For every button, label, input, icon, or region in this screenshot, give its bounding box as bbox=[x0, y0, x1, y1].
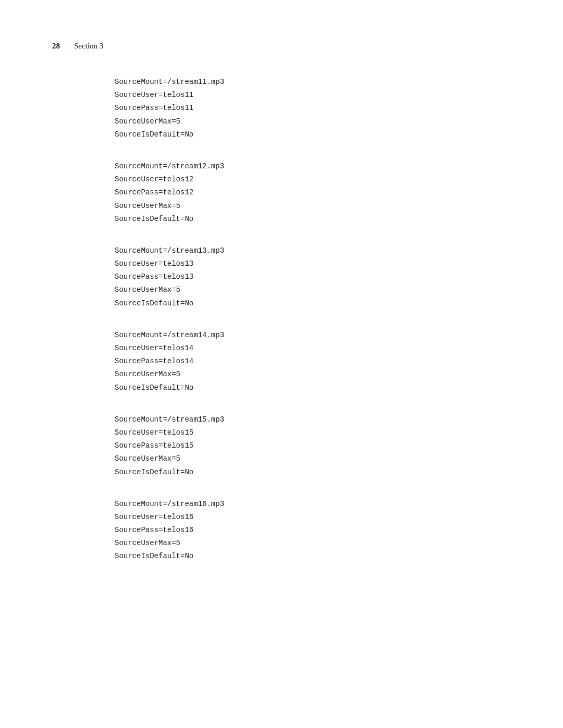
config-line-3-2: SourceUser=telos13 bbox=[115, 257, 511, 270]
config-line-1-5: SourceIsDefault=No bbox=[115, 128, 511, 141]
config-line-4-5: SourceIsDefault=No bbox=[115, 381, 511, 394]
config-line-2-5: SourceIsDefault=No bbox=[115, 213, 511, 226]
config-line-3-4: SourceUserMax=5 bbox=[115, 283, 511, 297]
config-line-5-5: SourceIsDefault=No bbox=[115, 466, 511, 479]
config-line-1-3: SourcePass=telos11 bbox=[115, 102, 511, 115]
config-line-1-1: SourceMount=/stream11.mp3 bbox=[115, 76, 511, 89]
config-line-6-2: SourceUser=telos16 bbox=[115, 511, 511, 524]
config-line-4-2: SourceUser=telos14 bbox=[115, 342, 511, 355]
config-line-1-2: SourceUser=telos11 bbox=[115, 89, 511, 102]
config-line-5-4: SourceUserMax=5 bbox=[115, 452, 511, 465]
config-line-5-2: SourceUser=telos15 bbox=[115, 426, 511, 439]
page: 28 | Section 3 SourceMount=/stream11.mp3… bbox=[0, 0, 563, 728]
header-divider: | bbox=[66, 42, 68, 51]
config-line-2-1: SourceMount=/stream12.mp3 bbox=[115, 160, 511, 173]
config-block-2: SourceMount=/stream12.mp3SourceUser=telo… bbox=[115, 160, 511, 226]
config-line-6-3: SourcePass=telos16 bbox=[115, 524, 511, 537]
config-line-4-4: SourceUserMax=5 bbox=[115, 368, 511, 381]
config-block-4: SourceMount=/stream14.mp3SourceUser=telo… bbox=[115, 329, 511, 394]
config-line-2-2: SourceUser=telos12 bbox=[115, 173, 511, 186]
config-line-3-3: SourcePass=telos13 bbox=[115, 270, 511, 283]
config-line-3-1: SourceMount=/stream13.mp3 bbox=[115, 244, 511, 257]
config-block-5: SourceMount=/stream15.mp3SourceUser=telo… bbox=[115, 413, 511, 479]
config-line-6-5: SourceIsDefault=No bbox=[115, 550, 511, 563]
section-label: Section 3 bbox=[74, 42, 103, 51]
config-line-2-3: SourcePass=telos12 bbox=[115, 186, 511, 199]
page-number: 28 bbox=[52, 42, 60, 51]
config-line-4-3: SourcePass=telos14 bbox=[115, 355, 511, 368]
config-line-5-3: SourcePass=telos15 bbox=[115, 439, 511, 452]
config-line-6-4: SourceUserMax=5 bbox=[115, 537, 511, 550]
config-block-3: SourceMount=/stream13.mp3SourceUser=telo… bbox=[115, 244, 511, 310]
config-line-6-1: SourceMount=/stream16.mp3 bbox=[115, 498, 511, 511]
config-line-3-5: SourceIsDefault=No bbox=[115, 297, 511, 310]
config-line-1-4: SourceUserMax=5 bbox=[115, 115, 511, 128]
config-line-5-1: SourceMount=/stream15.mp3 bbox=[115, 413, 511, 426]
config-block-1: SourceMount=/stream11.mp3SourceUser=telo… bbox=[115, 76, 511, 141]
content-area: SourceMount=/stream11.mp3SourceUser=telo… bbox=[52, 76, 511, 563]
config-block-6: SourceMount=/stream16.mp3SourceUser=telo… bbox=[115, 498, 511, 563]
config-line-4-1: SourceMount=/stream14.mp3 bbox=[115, 329, 511, 342]
config-line-2-4: SourceUserMax=5 bbox=[115, 200, 511, 213]
page-header: 28 | Section 3 bbox=[52, 42, 511, 51]
